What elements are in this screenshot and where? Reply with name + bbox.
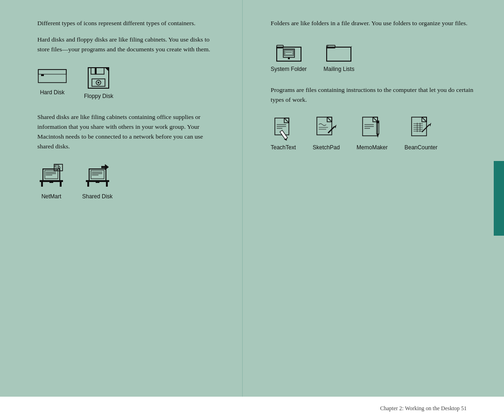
teachtext-label: TeachText: [271, 144, 296, 151]
beancounter-label: BeanCounter: [405, 144, 438, 151]
beancounter-item: BeanCounter: [405, 116, 438, 151]
intro-text: Different types of icons represent diffe…: [37, 19, 219, 28]
svg-rect-24: [87, 182, 89, 187]
content-area: Different types of icons represent diffe…: [0, 0, 504, 397]
mailing-lists-icon: [326, 40, 352, 63]
netmart-item: NetMart: [37, 162, 65, 200]
programs-text: Programs are files containing instructio…: [271, 85, 481, 105]
sketchpad-icon: [314, 116, 338, 141]
svg-line-54: [328, 126, 335, 133]
svg-rect-36: [285, 51, 293, 55]
memomaker-icon: [360, 116, 384, 141]
svg-marker-74: [429, 123, 431, 126]
programs-icon-row: TeachText: [271, 116, 481, 151]
svg-line-65: [422, 117, 427, 122]
svg-rect-12: [60, 182, 62, 187]
netmart-label: NetMart: [42, 193, 62, 200]
mailing-lists-label: Mailing Lists: [323, 66, 354, 72]
svg-line-51: [327, 117, 332, 122]
shared-disk-icon: [84, 162, 112, 190]
netmart-icon: [37, 162, 65, 190]
left-column: Different types of icons represent diffe…: [0, 0, 243, 397]
system-folder-label: System Folder: [271, 66, 307, 72]
svg-line-44: [284, 118, 289, 123]
teachtext-icon: [271, 116, 295, 141]
memomaker-label: MemoMaker: [357, 144, 388, 151]
svg-rect-31: [96, 181, 99, 183]
svg-rect-27: [91, 170, 104, 179]
shared-text: Shared disks are like filing cabinets co…: [37, 112, 219, 152]
shared-disk-label: Shared Disk: [82, 193, 112, 200]
hard-disk-item: Hard Disk: [37, 66, 67, 96]
folders-text: Folders are like folders in a file drawe…: [271, 19, 481, 28]
floppy-disk-label: Floppy Disk: [84, 93, 113, 99]
footer: Chapter 2: Working on the Desktop 51: [0, 397, 504, 420]
svg-rect-34: [283, 49, 294, 57]
svg-rect-40: [327, 47, 351, 61]
mailing-lists-item: Mailing Lists: [323, 40, 354, 72]
svg-rect-1: [38, 70, 66, 74]
svg-rect-18: [49, 181, 53, 183]
svg-rect-11: [41, 182, 43, 187]
sketchpad-item: SketchPad: [313, 116, 340, 151]
sketchpad-label: SketchPad: [313, 144, 340, 151]
beancounter-icon: [409, 116, 433, 141]
hard-disk-label: Hard Disk: [40, 89, 65, 96]
svg-rect-4: [91, 68, 104, 74]
footer-text: Chapter 2: Working on the Desktop 51: [380, 405, 467, 412]
folder-icon-row: System Folder Mailing Lists: [271, 40, 481, 72]
teachtext-item: TeachText: [271, 116, 296, 151]
svg-rect-14: [45, 170, 58, 179]
shared-disk-icon-row: NetMart: [37, 162, 219, 200]
system-folder-item: System Folder: [271, 40, 307, 72]
hard-floppy-text: Hard disks and floppy disks are like fil…: [37, 35, 219, 55]
svg-rect-2: [41, 74, 44, 76]
svg-rect-5: [95, 68, 97, 74]
memomaker-item: MemoMaker: [357, 116, 388, 151]
svg-rect-63: [377, 121, 379, 123]
right-column: Folders are like folders in a file drawe…: [243, 0, 504, 397]
floppy-disk-icon: [86, 66, 111, 90]
svg-rect-38: [288, 57, 290, 59]
svg-line-73: [422, 125, 429, 132]
page-container: Different types of icons represent diffe…: [0, 0, 504, 420]
svg-marker-55: [335, 125, 336, 128]
hard-disk-icon: [37, 66, 67, 86]
svg-rect-20: [55, 165, 59, 167]
svg-marker-9: [105, 68, 109, 71]
disk-icon-row: Hard Disk: [37, 66, 219, 99]
teal-sidebar-tab[interactable]: [494, 161, 504, 236]
svg-rect-25: [106, 182, 108, 187]
svg-point-21: [58, 167, 60, 168]
floppy-disk-item: Floppy Disk: [84, 66, 113, 99]
svg-point-8: [98, 82, 99, 84]
system-folder-icon: [276, 40, 302, 63]
shared-disk-item: Shared Disk: [82, 162, 112, 200]
svg-line-42: [351, 45, 352, 47]
